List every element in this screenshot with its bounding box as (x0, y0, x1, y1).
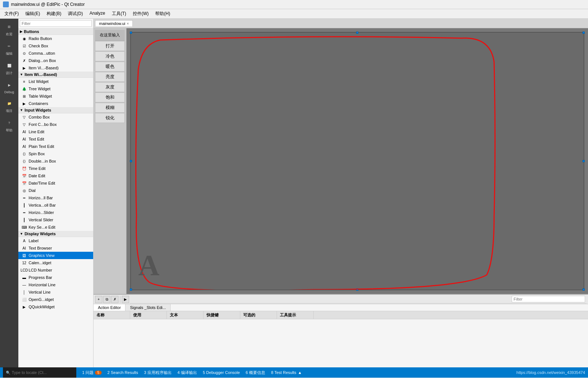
widget-item-label: Combo Box (29, 115, 50, 119)
widget-item-icon: 📅 (21, 180, 27, 186)
main-tab[interactable]: mainwindow.ui × (95, 20, 133, 26)
widget-item-checkbox[interactable]: ☑Check Box (18, 42, 93, 50)
widget-item-doubleinbox[interactable]: ⟨⟩Double...in Box (18, 157, 93, 165)
tab-close-btn[interactable]: × (127, 22, 129, 26)
widget-item-horizontalline[interactable]: —Horizontal Line (18, 281, 93, 288)
problems-badge: 5 (95, 371, 102, 375)
img-btn-冷色[interactable]: 冷色 (95, 51, 125, 61)
status-compile[interactable]: 4 编译输出 (178, 370, 197, 375)
activity-item-编辑[interactable]: ✏编辑 (1, 40, 18, 58)
activity-item-帮助[interactable]: ?帮助 (1, 116, 18, 135)
widget-item-tablewidget[interactable]: ⊞Table Widget (18, 92, 93, 100)
status-debugger[interactable]: 5 Debugger Console (203, 370, 240, 375)
widget-item-keyseeedit[interactable]: ⌨Key Se...e Edit (18, 223, 93, 231)
widget-item-progressbar[interactable]: ▬Progress Bar (18, 274, 93, 281)
copy-action-btn[interactable]: ⧉ (103, 296, 110, 303)
letter-a-display: A (138, 249, 160, 282)
menu-item-e[interactable]: 编辑(E) (22, 10, 43, 18)
widget-item-verticaollbar[interactable]: ┃Vertica...oll Bar (18, 201, 93, 209)
widget-item-icon: AI (21, 245, 27, 251)
widget-item-verticalline[interactable]: │Vertical Line (18, 288, 93, 296)
status-test[interactable]: 8 Test Results ▲ (271, 370, 302, 375)
menu-item-b[interactable]: 构建(B) (44, 10, 64, 18)
widget-item-textbrowser[interactable]: AIText Browser (18, 244, 93, 252)
bottom-tab-1[interactable]: Signals _Slots Edi... (125, 304, 171, 311)
preview-btn[interactable]: ▶ (122, 296, 129, 303)
widget-item-listwidget[interactable]: ≡List Widget (18, 78, 93, 85)
widget-item-dateedit[interactable]: 📅Date Edit (18, 172, 93, 179)
design-canvas[interactable]: A (127, 28, 588, 294)
widget-item-label: Vertica...oll Bar (29, 203, 56, 207)
widget-item-label[interactable]: ALabel (18, 237, 93, 244)
menu-item-t[interactable]: 工具(T) (109, 10, 129, 18)
widget-item-dialogonbox[interactable]: ✗Dialog...on Box (18, 57, 93, 64)
status-search[interactable]: 2 Search Results (107, 370, 138, 375)
widget-item-commautton[interactable]: ⊙Comma...utton (18, 50, 93, 57)
widget-item-textedit[interactable]: AIText Edit (18, 135, 93, 143)
img-btn-模糊[interactable]: 模糊 (95, 103, 125, 113)
handle-bl (130, 288, 132, 291)
widget-item-calenidget[interactable]: 12Calen...idget (18, 259, 93, 266)
img-btn-打开[interactable]: 打开 (95, 41, 125, 51)
activity-item-项目[interactable]: 📁项目 (1, 97, 18, 116)
activity-item-欢迎[interactable]: ⊞欢迎 (1, 20, 18, 39)
activity-item-设计[interactable]: ⬜设计 (1, 59, 18, 78)
widget-list: ▶Buttons◉Radio Button☑Check Box⊙Comma...… (18, 29, 93, 367)
widget-category-itemwibased[interactable]: ▼Item Wi...-Based) (18, 72, 93, 78)
menu-item-d[interactable]: 调试(D) (65, 10, 86, 18)
menu-item-h[interactable]: 帮助(H) (152, 10, 173, 18)
bottom-tab-0[interactable]: Action Editor (94, 304, 125, 311)
widget-item-dial[interactable]: ◎Dial (18, 187, 93, 194)
widget-item-icon: ━ (21, 210, 27, 215)
widget-item-datetimeedit[interactable]: 📅Date/Time Edit (18, 179, 93, 187)
category-arrow: ▼ (20, 73, 23, 76)
widget-item-horizollbar[interactable]: ━Horizo...ll Bar (18, 194, 93, 201)
status-app-output[interactable]: 3 应用程序输出 (144, 370, 172, 375)
img-btn-锐化[interactable]: 锐化 (95, 113, 125, 123)
widget-item-lineedit[interactable]: AILine Edit (18, 128, 93, 135)
widget-item-spinbox[interactable]: ⟨⟩Spin Box (18, 150, 93, 157)
activity-label: 帮助 (6, 128, 12, 133)
widget-item-verticalslider[interactable]: ┃Vertical Slider (18, 216, 93, 223)
img-btn-饱和[interactable]: 饱和 (95, 92, 125, 102)
widget-filter-input[interactable] (20, 20, 92, 27)
widget-item-containers[interactable]: ▶Containers (18, 100, 93, 107)
action-filter-input[interactable] (512, 296, 585, 302)
widget-item-graphicsview[interactable]: 🖼Graphics View (18, 252, 93, 259)
widget-category-displaywidgets[interactable]: ▼Display Widgets (18, 231, 93, 237)
widget-item-opengidget[interactable]: ⬜OpenG...idget (18, 296, 93, 303)
widget-item-radiobutton[interactable]: ◉Radio Button (18, 35, 93, 42)
widget-item-lcdnumber[interactable]: LCDLCD Number (18, 266, 93, 274)
widget-item-icon: ┃ (21, 202, 27, 208)
widget-category-inputwidgets[interactable]: ▼Input Widgets (18, 107, 93, 113)
widget-item-label: Line Edit (29, 130, 44, 134)
widget-item-timeedit[interactable]: ⏰Time Edit (18, 165, 93, 172)
type-locate-input[interactable] (12, 370, 70, 375)
menu-item-analyze[interactable]: Analyze (87, 10, 108, 18)
widget-item-combobox[interactable]: ▽Combo Box (18, 113, 93, 121)
table-header-快捷键: 快捷键 (204, 311, 240, 319)
menu-item-f[interactable]: 文件(F) (1, 10, 22, 18)
handle-tr (582, 32, 585, 34)
widget-item-fontcbobox[interactable]: ▽Font C...bo Box (18, 121, 93, 128)
widget-item-plaintextedit[interactable]: AIPlain Text Edit (18, 143, 93, 150)
widget-category-buttons[interactable]: ▶Buttons (18, 29, 93, 35)
type-locate-area: 🔍 (3, 367, 76, 378)
widget-item-horizoslider[interactable]: ━Horizo...Slider (18, 209, 93, 216)
widget-item-icon: ⌨ (21, 224, 27, 230)
status-problems[interactable]: 1 问题 5 (82, 370, 102, 375)
activity-label: 编辑 (6, 51, 12, 56)
delete-action-btn[interactable]: ✗ (111, 296, 118, 303)
new-action-btn[interactable]: + (95, 296, 102, 303)
widget-item-treewidget[interactable]: 🌲Tree Widget (18, 85, 93, 92)
img-btn-灰度[interactable]: 灰度 (95, 82, 125, 92)
widget-item-label: Calen...idget (29, 261, 51, 265)
activity-item-Debug[interactable]: ▶Debug (1, 79, 18, 96)
widget-item-qquickwidget[interactable]: ▶QQuickWidget (18, 303, 93, 310)
widget-item-icon: ≡ (21, 79, 27, 84)
status-overview[interactable]: 6 概要信息 (246, 370, 265, 375)
img-btn-暖色[interactable]: 暖色 (95, 62, 125, 72)
img-btn-亮度[interactable]: 亮度 (95, 72, 125, 82)
menu-item-w[interactable]: 控件(W) (130, 10, 151, 18)
widget-item-itemvibased[interactable]: ▶Item Vi...-Based) (18, 64, 93, 72)
